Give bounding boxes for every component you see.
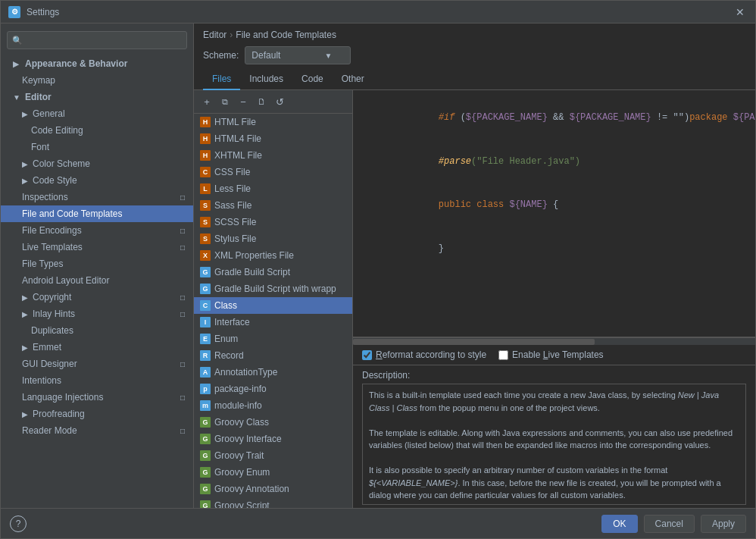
file-item-groovy-annotation[interactable]: G Groovy Annotation	[194, 481, 352, 497]
file-item-html-file[interactable]: H HTML File	[194, 114, 352, 130]
file-item-css-file[interactable]: C CSS File	[194, 164, 352, 180]
sidebar-item-keymap[interactable]: Keymap	[1, 72, 193, 89]
remove-template-button[interactable]: −	[235, 93, 251, 110]
file-item-label: Enum	[214, 334, 238, 344]
sidebar-item-duplicates[interactable]: Duplicates	[1, 322, 193, 339]
duplicate-template-button[interactable]: 🗋	[253, 93, 270, 110]
file-item-gradle-build[interactable]: G Gradle Build Script	[194, 264, 352, 280]
sidebar-item-label: Android Layout Editor	[22, 275, 187, 286]
file-item-record[interactable]: R Record	[194, 347, 352, 364]
sidebar-item-label: GUI Designer	[22, 359, 178, 369]
sidebar-item-file-types[interactable]: File Types	[1, 255, 193, 272]
code-area[interactable]: #if (${PACKAGE_NAME} && ${PACKAGE_NAME} …	[353, 90, 755, 337]
file-item-sass-file[interactable]: S Sass File	[194, 197, 352, 214]
scheme-row: Scheme: Default ▼	[194, 43, 755, 69]
file-icon-interface: I	[200, 317, 211, 327]
expand-icon: ▶	[22, 160, 31, 168]
file-item-package-info[interactable]: p package-info	[194, 381, 352, 397]
sidebar-item-general[interactable]: ▶ General	[1, 105, 193, 122]
expand-icon: ▶	[22, 293, 31, 302]
sidebar-item-copyright[interactable]: ▶ Copyright □	[1, 289, 193, 306]
sidebar-item-color-scheme[interactable]: ▶ Color Scheme	[1, 155, 193, 172]
apply-button[interactable]: Apply	[701, 515, 746, 533]
file-item-xml-properties[interactable]: X XML Properties File	[194, 247, 352, 264]
sidebar-item-language-injections[interactable]: Language Injections □	[1, 389, 193, 406]
badge-reader-mode: □	[178, 426, 187, 435]
file-item-scss-file[interactable]: S SCSS File	[194, 214, 352, 230]
file-icon-html: H	[200, 117, 211, 127]
sidebar-item-intentions[interactable]: Intentions	[1, 372, 193, 389]
live-templates-checkbox[interactable]	[498, 350, 508, 360]
file-icon-groovy-trait: G	[200, 450, 211, 461]
badge-live-templates: □	[178, 243, 187, 252]
reset-template-button[interactable]: ↺	[271, 93, 288, 110]
file-icon-xml: X	[200, 250, 211, 261]
file-item-groovy-script[interactable]: G Groovy Script	[194, 497, 352, 508]
file-item-label: HTML File	[214, 117, 256, 127]
sidebar-item-appearance[interactable]: ▶ Appearance & Behavior	[1, 55, 193, 72]
add-template-button[interactable]: +	[198, 93, 215, 110]
sidebar-item-android-layout-editor[interactable]: Android Layout Editor	[1, 272, 193, 289]
file-item-class[interactable]: C Class	[194, 297, 352, 314]
cancel-button[interactable]: Cancel	[644, 515, 695, 533]
horizontal-scrollbar[interactable]	[353, 337, 755, 345]
ok-button[interactable]: OK	[601, 515, 637, 533]
live-templates-checkbox-label[interactable]: Enable Live Templates	[498, 349, 604, 360]
sidebar-item-inspections[interactable]: Inspections □	[1, 189, 193, 205]
sidebar-item-emmet[interactable]: ▶ Emmet	[1, 339, 193, 356]
tab-code[interactable]: Code	[292, 69, 333, 90]
search-box[interactable]: 🔍	[7, 31, 187, 49]
file-item-label: Groovy Script	[214, 500, 270, 508]
reformat-checkbox-label[interactable]: Reformat according to style	[362, 349, 486, 360]
right-panel: Editor › File and Code Templates Scheme:…	[194, 24, 755, 508]
reformat-label: Reformat according to style	[376, 349, 486, 360]
file-item-label: Gradle Build Script with wrapp	[214, 284, 336, 294]
file-item-groovy-class[interactable]: G Groovy Class	[194, 414, 352, 431]
help-button[interactable]: ?	[10, 515, 27, 532]
file-item-gradle-build-wrap[interactable]: G Gradle Build Script with wrapp	[194, 280, 352, 297]
file-icon-html4: H	[200, 133, 211, 144]
sidebar-item-label: Inlay Hints	[33, 309, 178, 319]
file-item-stylus-file[interactable]: S Stylus File	[194, 230, 352, 247]
file-item-label: package-info	[214, 384, 267, 394]
search-input[interactable]	[26, 35, 182, 45]
breadcrumb-parent: Editor	[203, 30, 226, 40]
tab-files[interactable]: Files	[203, 69, 240, 90]
sidebar-item-code-editing[interactable]: Code Editing	[1, 122, 193, 139]
file-item-xhtml-file[interactable]: H XHTML File	[194, 147, 352, 164]
sidebar-item-live-templates[interactable]: Live Templates □	[1, 239, 193, 255]
sidebar-item-file-encodings[interactable]: File Encodings □	[1, 222, 193, 239]
file-icon-css: C	[200, 167, 211, 177]
file-item-module-info[interactable]: m module-info	[194, 397, 352, 414]
file-item-groovy-interface[interactable]: G Groovy Interface	[194, 431, 352, 447]
file-item-groovy-enum[interactable]: G Groovy Enum	[194, 464, 352, 481]
file-icon-module-info: m	[200, 400, 211, 411]
badge-copyright: □	[178, 293, 187, 302]
sidebar-item-file-and-code-templates[interactable]: File and Code Templates	[1, 205, 193, 222]
file-item-less-file[interactable]: L Less File	[194, 180, 352, 197]
file-item-groovy-trait[interactable]: G Groovy Trait	[194, 447, 352, 464]
reformat-checkbox[interactable]	[362, 350, 372, 360]
tab-includes[interactable]: Includes	[240, 69, 292, 90]
live-templates-label: Enable Live Templates	[512, 349, 604, 360]
file-item-html4-file[interactable]: H HTML4 File	[194, 130, 352, 147]
copy-template-button[interactable]: ⧉	[217, 93, 233, 110]
sidebar-item-gui-designer[interactable]: GUI Designer □	[1, 356, 193, 372]
sidebar-item-font[interactable]: Font	[1, 139, 193, 155]
sidebar-item-proofreading[interactable]: ▶ Proofreading	[1, 406, 193, 422]
expand-icon: ▶	[22, 410, 31, 418]
sidebar-item-inlay-hints[interactable]: ▶ Inlay Hints □	[1, 306, 193, 322]
scheme-dropdown[interactable]: Default ▼	[245, 46, 351, 64]
sidebar-item-code-style[interactable]: ▶ Code Style	[1, 172, 193, 189]
tab-other[interactable]: Other	[333, 69, 373, 90]
sidebar-item-editor[interactable]: ▼ Editor	[1, 89, 193, 105]
sidebar-item-reader-mode[interactable]: Reader Mode □	[1, 422, 193, 439]
file-item-annotation-type[interactable]: A AnnotationType	[194, 364, 352, 381]
file-item-interface[interactable]: I Interface	[194, 314, 352, 331]
panel-body: + ⧉ − 🗋 ↺ H HTML File H	[194, 90, 755, 508]
file-item-label: Interface	[214, 317, 250, 327]
file-item-enum[interactable]: E Enum	[194, 331, 352, 347]
file-icon-record: R	[200, 350, 211, 361]
close-button[interactable]: ✕	[733, 5, 748, 20]
sidebar-item-label: Font	[31, 142, 187, 152]
